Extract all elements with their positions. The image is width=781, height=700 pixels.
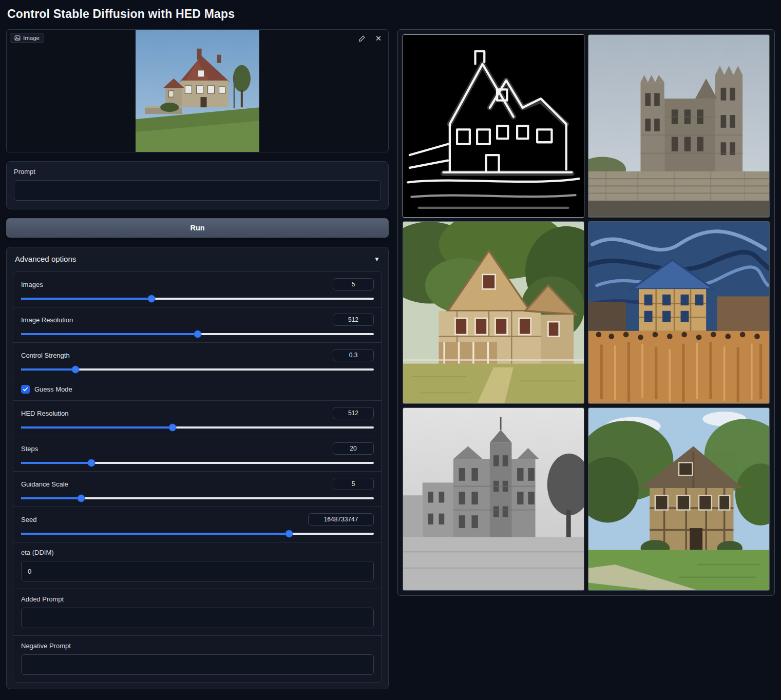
swirl-painting-image <box>588 222 769 404</box>
negative-prompt-label: Negative Prompt <box>21 642 374 650</box>
guidance-scale-label: Guidance Scale <box>21 480 68 488</box>
slider-row-control-strength: Control Strength <box>13 343 382 378</box>
grayscale-building-image <box>403 408 584 590</box>
image-resolution-value[interactable] <box>333 314 374 326</box>
hed-resolution-value[interactable] <box>333 407 374 419</box>
negative-prompt-input[interactable] <box>21 654 374 675</box>
slider-row-steps: Steps <box>13 436 382 472</box>
image-component-tag: Image <box>10 33 44 43</box>
slider-row-guidance-scale: Guidance Scale <box>13 472 382 507</box>
steps-value[interactable] <box>333 442 374 455</box>
slider-row-hed-resolution: HED Resolution <box>13 401 382 436</box>
seed-label: Seed <box>21 516 36 523</box>
app: Control Stable Diffusion with HED Maps I… <box>0 0 781 700</box>
timber-house-image <box>588 408 769 590</box>
eta-input[interactable] <box>21 561 374 581</box>
control-strength-value[interactable] <box>333 349 374 361</box>
output-gallery <box>397 29 775 596</box>
castle-image <box>588 35 769 217</box>
images-label: Images <box>21 281 43 288</box>
gallery-item-hed-map[interactable] <box>403 34 584 218</box>
guidance-scale-value[interactable] <box>333 478 374 490</box>
added-prompt-row: Added Prompt <box>13 589 382 636</box>
eta-row: eta (DDIM) <box>13 542 382 589</box>
guess-mode-label: Guess Mode <box>34 385 72 393</box>
guess-mode-checkbox[interactable] <box>21 385 30 394</box>
slider-row-image-resolution: Image Resolution <box>13 307 382 343</box>
advanced-options-header[interactable]: Advanced options ▼ <box>7 247 388 269</box>
advanced-options-accordion: Advanced options ▼ Images <box>6 247 389 689</box>
prompt-input[interactable] <box>14 180 381 201</box>
guidance-scale-slider-thumb[interactable] <box>77 495 85 502</box>
check-icon <box>23 386 28 392</box>
gallery-item-castle[interactable] <box>588 34 770 218</box>
controls-column: Image ✕ <box>6 29 389 689</box>
painted-house-image <box>403 222 584 404</box>
clear-image-button[interactable]: ✕ <box>373 33 384 44</box>
added-prompt-input[interactable] <box>21 608 374 628</box>
hed-resolution-slider[interactable] <box>21 426 374 429</box>
pencil-icon <box>358 35 366 42</box>
run-button[interactable]: Run <box>6 218 389 238</box>
gallery-item-painted-house[interactable] <box>403 221 584 404</box>
control-strength-label: Control Strength <box>21 352 70 359</box>
images-slider[interactable] <box>21 298 374 300</box>
control-strength-slider-thumb[interactable] <box>72 366 80 374</box>
guidance-scale-slider[interactable] <box>21 497 374 499</box>
image-resolution-slider[interactable] <box>21 333 374 335</box>
steps-slider[interactable] <box>21 462 374 464</box>
seed-slider[interactable] <box>21 533 374 535</box>
steps-label: Steps <box>21 445 38 453</box>
slider-row-seed: Seed <box>13 507 382 542</box>
image-icon <box>14 35 21 41</box>
gallery-item-timber-house[interactable] <box>588 407 770 591</box>
chevron-down-icon: ▼ <box>374 256 380 263</box>
hed-edge-map-image <box>403 35 584 217</box>
prompt-panel: Prompt <box>6 161 389 209</box>
control-strength-slider[interactable] <box>21 368 374 371</box>
gallery-item-grayscale-building[interactable] <box>403 407 584 591</box>
page-title: Control Stable Diffusion with HED Maps <box>7 7 775 21</box>
guess-mode-row: Guess Mode <box>13 378 382 401</box>
images-value[interactable] <box>333 278 374 290</box>
images-slider-thumb[interactable] <box>148 295 156 303</box>
hed-resolution-label: HED Resolution <box>21 410 69 417</box>
seed-value[interactable] <box>308 513 374 526</box>
advanced-controls: Images Image Resolution <box>13 271 382 683</box>
added-prompt-label: Added Prompt <box>21 595 374 603</box>
image-input[interactable]: Image ✕ <box>6 29 389 152</box>
image-component-label: Image <box>23 35 40 41</box>
gallery-item-swirl-painting[interactable] <box>588 221 770 404</box>
negative-prompt-row: Negative Prompt <box>13 636 382 682</box>
image-resolution-label: Image Resolution <box>21 316 73 324</box>
advanced-options-label: Advanced options <box>15 255 76 263</box>
seed-slider-thumb[interactable] <box>285 530 293 538</box>
steps-slider-thumb[interactable] <box>88 459 96 467</box>
eta-label: eta (DDIM) <box>21 549 374 556</box>
image-resolution-slider-thumb[interactable] <box>194 330 201 338</box>
edit-image-button[interactable] <box>356 33 368 44</box>
hed-resolution-slider-thumb[interactable] <box>169 424 177 432</box>
uploaded-house-photo <box>136 30 259 152</box>
prompt-label: Prompt <box>14 168 381 176</box>
slider-row-images: Images <box>13 272 382 307</box>
